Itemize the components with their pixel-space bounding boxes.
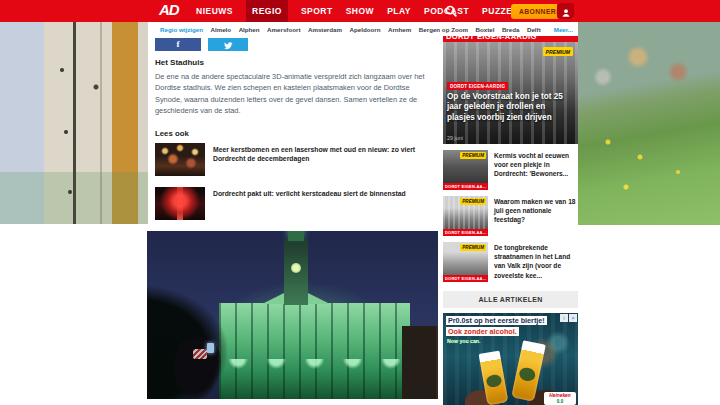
sidebar-article[interactable]: PREMIUM DORDT EIGEN-AA... De tongbrekend… <box>443 242 578 282</box>
region-link-breda[interactable]: Breda <box>502 26 520 33</box>
ad-logo[interactable]: AD <box>159 1 179 18</box>
read-also-thumbnail-gift <box>155 187 205 220</box>
heineken-zero-label: 0.0 <box>546 399 574 405</box>
article-body: De ene na de andere spectaculaire 3D-ani… <box>155 71 433 117</box>
search-icon[interactable] <box>444 4 458 18</box>
all-articles-button[interactable]: ALLE ARTIKELEN <box>443 291 578 308</box>
read-also-thumbnail-christmas-street <box>155 143 205 176</box>
nav-item-show[interactable]: SHOW <box>346 0 374 22</box>
article-tag: DORDT EIGEN-AA... <box>443 229 488 236</box>
article-tag: DORDT EIGEN-AA... <box>443 183 488 190</box>
region-link-boxtel[interactable]: Boxtel <box>475 26 494 33</box>
premium-badge: PREMIUM <box>460 198 486 205</box>
more-regions-link[interactable]: Meer... <box>554 26 573 33</box>
profile-icon[interactable] <box>557 3 574 19</box>
article-subheading: Het Stadhuis <box>155 58 433 67</box>
sidebar-article-title[interactable]: De tongbrekende straatnamen in het Land … <box>494 242 578 282</box>
wallpaper-ad-left[interactable] <box>0 22 148 224</box>
region-subnav: Regio wijzigen Almelo Alphen Amersfoort … <box>148 22 578 36</box>
region-link-delft[interactable]: Delft <box>527 26 541 33</box>
sidebar-article-title[interactable]: Waarom maken we van 18 juli geen nationa… <box>494 196 578 236</box>
article-tag: DORDT EIGEN-AA... <box>443 275 488 282</box>
region-link-almelo[interactable]: Almelo <box>210 26 231 33</box>
photo-spire <box>288 231 304 241</box>
article-tag: DORDT EIGEN-AARDIG <box>447 82 508 90</box>
premium-badge: PREMIUM <box>460 152 486 159</box>
facebook-share-button[interactable]: f <box>155 38 201 51</box>
page: AD NIEUWS REGIO SPORT SHOW PLAY PODCAST … <box>0 0 720 405</box>
read-also-item[interactable]: Meer kerstbomen en een lasershow met oud… <box>155 143 433 176</box>
photo-phone <box>207 343 214 353</box>
sidebar-article-thumbnail: PREMIUM DORDT EIGEN-AA... <box>443 150 488 190</box>
nav-item-regio[interactable]: REGIO <box>246 0 288 22</box>
heineken-logo-text: Heineken <box>546 393 574 399</box>
article-column: f Het Stadhuis De ene na de andere spect… <box>148 36 440 231</box>
region-link-arnhem[interactable]: Arnhem <box>388 26 411 33</box>
facebook-icon: f <box>177 39 180 49</box>
ad-subheadline: Ook zonder alcohol. <box>446 327 519 336</box>
main-nav: NIEUWS REGIO SPORT SHOW PLAY PODCAST PUZ… <box>196 0 518 22</box>
stadhuis-photo <box>147 231 438 399</box>
heineken-logo: Heineken 0.0 <box>544 392 576 405</box>
share-buttons: f <box>155 38 440 51</box>
sidebar-article-thumbnail: PREMIUM DORDT EIGEN-AA... <box>443 242 488 282</box>
region-link-bergen-op-zoom[interactable]: Bergen op Zoom <box>419 26 468 33</box>
ad-info-icon[interactable]: i <box>560 314 568 322</box>
sidebar-article[interactable]: PREMIUM DORDT EIGEN-AA... Kermis vocht a… <box>443 150 578 190</box>
ad-glass-label <box>518 366 536 382</box>
photo-person-scarf <box>193 349 207 359</box>
sidebar-article-thumbnail: PREMIUM DORDT EIGEN-AA... <box>443 196 488 236</box>
read-also-item[interactable]: Dordrecht pakt uit: verlicht kerstcadeau… <box>155 187 433 220</box>
change-region-link[interactable]: Regio wijzigen <box>160 26 203 33</box>
ad-close-icon[interactable]: × <box>569 314 577 322</box>
read-also-heading: Lees ook <box>155 129 433 138</box>
twitter-icon <box>224 36 233 54</box>
wallpaper-ad-right[interactable] <box>578 22 720 225</box>
region-link-amsterdam[interactable]: Amsterdam <box>308 26 342 33</box>
sidebar-article-title[interactable]: Kermis vocht al eeuwen voor een plekje i… <box>494 150 578 190</box>
nav-item-play[interactable]: PLAY <box>387 0 411 22</box>
featured-article-title[interactable]: Op de Voorstraat kon je tot 25 jaar gele… <box>447 92 575 123</box>
ad-tagline: Now you can. <box>447 338 480 344</box>
sidebar-article[interactable]: PREMIUM DORDT EIGEN-AA... Waarom maken w… <box>443 196 578 236</box>
photo-adjacent-building <box>402 326 438 399</box>
ad-controls: i × <box>560 314 577 322</box>
photo-clock <box>291 263 301 273</box>
photo-arches <box>219 359 410 393</box>
read-also-title[interactable]: Meer kerstbomen en een lasershow met oud… <box>213 143 433 176</box>
premium-badge: PREMIUM <box>543 47 574 56</box>
featured-article[interactable]: PREMIUM DORDT EIGEN-AARDIG Op de Voorstr… <box>443 42 578 144</box>
nav-item-sport[interactable]: SPORT <box>301 0 333 22</box>
twitter-share-button[interactable] <box>208 38 248 51</box>
header: AD NIEUWS REGIO SPORT SHOW PLAY PODCAST … <box>0 0 720 22</box>
premium-badge: PREMIUM <box>460 244 486 251</box>
heineken-ad[interactable]: i × Pr0.0st op het eerste biertje! Ook z… <box>443 313 578 405</box>
ad-headline: Pr0.0st op het eerste biertje! <box>446 316 547 325</box>
nav-item-nieuws[interactable]: NIEUWS <box>196 0 233 22</box>
featured-article-date: 29 juni <box>447 135 463 141</box>
ad-glass-label <box>486 374 502 388</box>
region-link-apeldoorn[interactable]: Apeldoorn <box>350 26 381 33</box>
photo-person-silhouette <box>175 337 221 399</box>
sidebar: DORDT EIGEN-AARDIG PREMIUM DORDT EIGEN-A… <box>443 31 578 405</box>
read-also-title[interactable]: Dordrecht pakt uit: verlicht kerstcadeau… <box>213 187 406 220</box>
region-link-amersfoort[interactable]: Amersfoort <box>267 26 300 33</box>
region-link-alphen[interactable]: Alphen <box>239 26 260 33</box>
